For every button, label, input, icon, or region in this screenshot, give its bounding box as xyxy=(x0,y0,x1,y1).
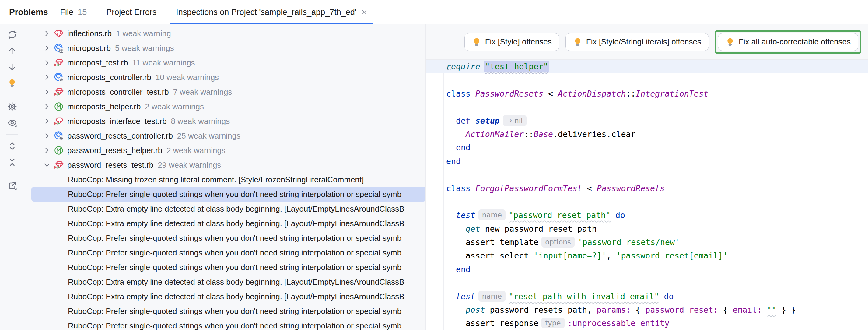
code-token: ActionDispatch xyxy=(558,89,626,98)
fix-button[interactable]: Fix [Style] offenses xyxy=(464,33,559,51)
quickfix-toolbar: Fix [Style] offensesFix [Style/StringLit… xyxy=(426,24,868,60)
warning-row[interactable]: RuboCop: Prefer single-quoted strings wh… xyxy=(31,187,426,202)
code-line xyxy=(426,168,868,181)
fix-button-label: Fix [Style/StringLiterals] offenses xyxy=(586,37,701,47)
warning-row[interactable]: RuboCop: Extra empty line detected at cl… xyxy=(25,275,426,289)
warning-row[interactable]: RuboCop: Prefer single-quoted strings wh… xyxy=(25,304,426,319)
code-token: class xyxy=(446,89,470,98)
collapse-all-button[interactable] xyxy=(7,157,18,168)
arrow-down-button[interactable] xyxy=(7,61,18,72)
code-token: end xyxy=(446,156,461,166)
tab-file[interactable]: File 15 xyxy=(53,0,94,24)
expand-all-icon xyxy=(8,142,17,151)
code-token: params: xyxy=(597,305,631,314)
inspection-preview-panel: Fix [Style] offensesFix [Style/StringLit… xyxy=(426,24,868,330)
helper-file-icon xyxy=(54,146,64,155)
warning-text: RuboCop: Prefer single-quoted strings wh… xyxy=(68,321,401,330)
file-row-microposts_controller_test.rb[interactable]: microposts_controller_test.rb7 weak warn… xyxy=(25,85,426,99)
code-token: new_password_reset_path xyxy=(480,224,597,234)
chevron-glyph xyxy=(43,30,51,37)
file-row-microposts_interface_test.rb[interactable]: microposts_interface_test.rb8 weak warni… xyxy=(25,114,426,128)
file-name: password_resets_controller.rb xyxy=(67,131,173,141)
arrow-down-icon xyxy=(8,62,17,71)
warning-row[interactable]: RuboCop: Extra empty line detected at cl… xyxy=(25,289,426,304)
code-token: password_resets_path, xyxy=(485,305,597,314)
warning-count: 7 weak warnings xyxy=(173,87,232,97)
code-token: test xyxy=(456,292,475,301)
warning-row[interactable]: RuboCop: Extra empty line detected at cl… xyxy=(25,202,426,216)
code-token: PasswordResets xyxy=(597,184,665,193)
code-token: IntegrationTest xyxy=(636,89,708,98)
chevron-glyph xyxy=(43,88,51,96)
chevron-right-icon[interactable] xyxy=(42,43,52,53)
code-line: ActionMailer::Base.deliveries.clear xyxy=(426,127,868,141)
collapse-all-icon xyxy=(8,158,17,167)
ruby-test-file-icon xyxy=(54,87,64,97)
bulb-button[interactable] xyxy=(7,78,18,89)
left-toolbar xyxy=(0,24,24,330)
code-token xyxy=(611,210,615,220)
warning-text: RuboCop: Extra empty line detected at cl… xyxy=(68,277,404,287)
expand-all-button[interactable] xyxy=(7,141,18,152)
code-preview-editor[interactable]: require "test_helper"class PasswordReset… xyxy=(426,60,868,330)
refresh-button[interactable] xyxy=(7,29,18,40)
warning-row[interactable]: RuboCop: Missing frozen string literal c… xyxy=(25,172,426,187)
file-row-micropost_test.rb[interactable]: micropost_test.rb11 weak warnings xyxy=(25,55,426,70)
warning-row[interactable]: RuboCop: Prefer single-quoted strings wh… xyxy=(25,319,426,330)
fix-button[interactable]: Fix [Style/StringLiterals] offenses xyxy=(565,33,709,51)
chevron-glyph xyxy=(43,59,51,67)
file-row-password_resets_controller.rb[interactable]: password_resets_controller.rb25 weak war… xyxy=(25,128,426,143)
file-row-password_resets_helper.rb[interactable]: password_resets_helper.rb2 weak warnings xyxy=(25,143,426,158)
chevron-right-icon[interactable] xyxy=(42,146,52,155)
fix-button[interactable]: Fix all auto-correctable offenses xyxy=(718,33,858,51)
close-tab-button[interactable] xyxy=(361,8,368,16)
warning-count: 29 weak warnings xyxy=(158,160,221,170)
chevron-right-icon[interactable] xyxy=(42,131,52,140)
code-area[interactable]: require "test_helper"class PasswordReset… xyxy=(426,60,868,330)
code-token xyxy=(446,292,456,301)
tab-label: File xyxy=(60,8,74,17)
eye-button[interactable] xyxy=(7,117,18,128)
file-name: inflections.rb xyxy=(67,29,112,38)
tab-project-errors[interactable]: Project Errors xyxy=(99,0,164,24)
file-row-micropost.rb[interactable]: micropost.rb5 weak warnings xyxy=(25,41,426,55)
chevron-glyph xyxy=(43,132,51,140)
helper-file-icon xyxy=(54,102,64,112)
warning-row[interactable]: RuboCop: Prefer single-quoted strings wh… xyxy=(25,245,426,260)
chevron-right-icon[interactable] xyxy=(42,117,52,126)
chevron-glyph xyxy=(43,102,51,111)
tab-label: Inspections on Project 'sample_rails_app… xyxy=(176,8,356,17)
code-token: end xyxy=(456,265,470,274)
code-token xyxy=(446,265,456,274)
warning-row[interactable]: RuboCop: Extra empty line detected at cl… xyxy=(25,216,426,231)
bulb-icon xyxy=(573,37,582,47)
code-token: ActionMailer xyxy=(466,129,524,139)
warning-row[interactable]: RuboCop: Prefer single-quoted strings wh… xyxy=(25,231,426,245)
code-line xyxy=(426,73,868,87)
chevron-right-icon[interactable] xyxy=(42,73,52,82)
code-token: test xyxy=(456,210,475,220)
export-button[interactable] xyxy=(7,180,18,191)
code-token: "test_helper" xyxy=(484,61,549,72)
code-token: type xyxy=(541,318,564,328)
code-token: email: xyxy=(733,305,762,314)
file-row-inflections.rb[interactable]: inflections.rb1 weak warning xyxy=(25,26,426,41)
warning-row[interactable]: RuboCop: Prefer single-quoted strings wh… xyxy=(25,260,426,275)
chevron-right-icon[interactable] xyxy=(42,102,52,111)
close-icon xyxy=(361,9,368,16)
ruby-test-file-icon xyxy=(54,116,64,126)
code-token xyxy=(470,116,475,125)
tab-inspections[interactable]: Inspections on Project 'sample_rails_app… xyxy=(168,0,375,24)
chevron-right-icon[interactable] xyxy=(42,29,52,38)
arrow-up-button[interactable] xyxy=(7,46,18,56)
chevron-right-icon[interactable] xyxy=(42,58,52,67)
bulb-icon xyxy=(8,79,17,88)
chevron-down-icon[interactable] xyxy=(42,160,52,170)
controller-file-icon xyxy=(54,72,64,82)
file-row-microposts_helper.rb[interactable]: microposts_helper.rb2 weak warnings xyxy=(25,99,426,114)
gear-button[interactable] xyxy=(7,101,18,112)
file-row-microposts_controller.rb[interactable]: microposts_controller.rb10 weak warnings xyxy=(25,70,426,85)
chevron-right-icon[interactable] xyxy=(42,87,52,96)
file-row-password_resets_test.rb[interactable]: password_resets_test.rb29 weak warnings xyxy=(25,158,426,172)
problems-tree[interactable]: inflections.rb1 weak warningmicropost.rb… xyxy=(25,24,426,330)
